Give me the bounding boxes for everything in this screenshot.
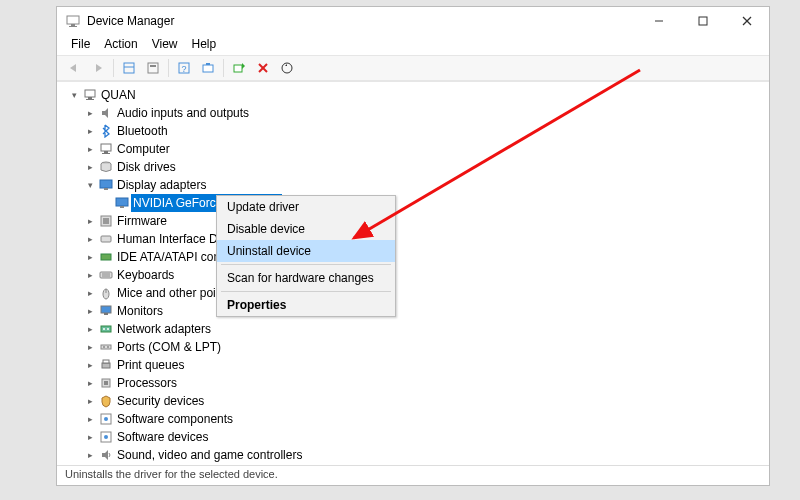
svg-rect-13: [203, 65, 213, 72]
category-snd[interactable]: ▸Sound, video and game controllers: [61, 446, 769, 464]
expand-chevron-icon[interactable]: ▸: [83, 320, 97, 338]
close-button[interactable]: [725, 7, 769, 35]
expand-chevron-icon[interactable]: ▸: [83, 284, 97, 302]
node-label: Processors: [115, 374, 179, 392]
ctx-uninstall-device[interactable]: Uninstall device: [217, 240, 395, 262]
device-tree[interactable]: ▾QUAN▸Audio inputs and outputs▸Bluetooth…: [57, 81, 769, 465]
category-net[interactable]: ▸Network adapters: [61, 320, 769, 338]
category-sec[interactable]: ▸Security devices: [61, 392, 769, 410]
context-menu: Update driverDisable deviceUninstall dev…: [216, 195, 396, 317]
expand-chevron-icon[interactable]: ▸: [83, 356, 97, 374]
update-button[interactable]: [276, 57, 298, 79]
svg-rect-22: [101, 144, 111, 151]
category-sw[interactable]: ▸Software components: [61, 410, 769, 428]
expand-chevron-icon[interactable]: ▸: [83, 248, 97, 266]
expand-chevron-icon[interactable]: ▸: [83, 266, 97, 284]
expand-chevron-icon[interactable]: ▸: [83, 410, 97, 428]
node-label: QUAN: [99, 86, 138, 104]
svg-rect-33: [101, 254, 111, 260]
category-disk[interactable]: ▸Disk drives: [61, 158, 769, 176]
category-cpu[interactable]: ▸Processors: [61, 374, 769, 392]
category-sw[interactable]: ▸Software devices: [61, 428, 769, 446]
category-fw[interactable]: ▸Firmware: [61, 212, 769, 230]
maximize-button[interactable]: [681, 7, 725, 35]
ctx-properties[interactable]: Properties: [217, 294, 395, 316]
ctx-disable-device[interactable]: Disable device: [217, 218, 395, 240]
svg-rect-4: [699, 17, 707, 25]
svg-text:?: ?: [181, 64, 186, 74]
node-label: Human Interface De: [115, 230, 226, 248]
category-ide[interactable]: ▸IDE ATA/ATAPI cont: [61, 248, 769, 266]
svg-rect-27: [104, 188, 108, 190]
back-button[interactable]: [63, 57, 85, 79]
properties-button[interactable]: [142, 57, 164, 79]
menu-file[interactable]: File: [65, 35, 96, 55]
svg-rect-14: [206, 63, 210, 65]
category-hid[interactable]: ▸Human Interface De: [61, 230, 769, 248]
mouse-icon: [97, 286, 115, 300]
expand-chevron-icon[interactable]: ▸: [83, 230, 97, 248]
category-kb[interactable]: ▸Keyboards: [61, 266, 769, 284]
cpu-icon: [97, 376, 115, 390]
uninstall-button[interactable]: [252, 57, 274, 79]
node-label: IDE ATA/ATAPI cont: [115, 248, 225, 266]
expand-chevron-icon[interactable]: ▾: [67, 86, 81, 104]
show-hidden-button[interactable]: [118, 57, 140, 79]
category-display[interactable]: ▾Display adapters: [61, 176, 769, 194]
category-mon[interactable]: ▸Monitors: [61, 302, 769, 320]
category-pc[interactable]: ▸Computer: [61, 140, 769, 158]
node-label: Software devices: [115, 428, 210, 446]
titlebar[interactable]: Device Manager: [57, 7, 769, 35]
svg-rect-1: [71, 24, 75, 26]
expand-chevron-icon[interactable]: ▸: [83, 302, 97, 320]
expand-chevron-icon[interactable]: ▸: [83, 122, 97, 140]
menu-view[interactable]: View: [146, 35, 184, 55]
svg-point-54: [104, 435, 108, 439]
expand-chevron-icon[interactable]: ▸: [83, 428, 97, 446]
svg-rect-41: [101, 326, 111, 332]
enable-button[interactable]: [228, 57, 250, 79]
category-audio[interactable]: ▸Audio inputs and outputs: [61, 104, 769, 122]
help-button[interactable]: ?: [173, 57, 195, 79]
hid-icon: [97, 232, 115, 246]
svg-rect-2: [69, 26, 77, 27]
minimize-button[interactable]: [637, 7, 681, 35]
expand-chevron-icon[interactable]: ▸: [83, 158, 97, 176]
category-print[interactable]: ▸Print queues: [61, 356, 769, 374]
print-icon: [97, 358, 115, 372]
expand-chevron-icon[interactable]: ▸: [83, 338, 97, 356]
mon-icon: [97, 304, 115, 318]
forward-button[interactable]: [87, 57, 109, 79]
scan-button[interactable]: [197, 57, 219, 79]
menu-help[interactable]: Help: [186, 35, 223, 55]
toolbar: ?: [57, 55, 769, 81]
menu-action[interactable]: Action: [98, 35, 143, 55]
svg-rect-34: [100, 272, 112, 278]
expand-chevron-icon[interactable]: ▸: [83, 464, 97, 465]
expand-chevron-icon[interactable]: ▾: [83, 176, 97, 194]
expand-chevron-icon[interactable]: ▸: [83, 374, 97, 392]
ctx-update-driver[interactable]: Update driver: [217, 196, 395, 218]
svg-rect-19: [85, 90, 95, 97]
expand-chevron-icon[interactable]: ▸: [83, 212, 97, 230]
expand-chevron-icon[interactable]: ▸: [83, 140, 97, 158]
expand-chevron-icon[interactable]: ▸: [83, 104, 97, 122]
category-bt[interactable]: ▸Bluetooth: [61, 122, 769, 140]
category-mouse[interactable]: ▸Mice and other poin: [61, 284, 769, 302]
device-item[interactable]: NVIDIA GeForce RTX 2060: [61, 194, 769, 212]
ctx-scan-for-hardware-changes[interactable]: Scan for hardware changes: [217, 267, 395, 289]
expand-chevron-icon[interactable]: ▸: [83, 392, 97, 410]
window-title: Device Manager: [87, 14, 174, 28]
expand-chevron-icon[interactable]: ▸: [83, 446, 97, 464]
category-port[interactable]: ▸Ports (COM & LPT): [61, 338, 769, 356]
svg-rect-24: [102, 153, 110, 154]
audio-icon: [97, 106, 115, 120]
root-node[interactable]: ▾QUAN: [61, 86, 769, 104]
svg-rect-31: [103, 218, 109, 224]
device-manager-window: Device Manager File Action View Help ? ▾…: [56, 6, 770, 486]
net-icon: [97, 322, 115, 336]
node-label: Computer: [115, 140, 172, 158]
menubar: File Action View Help: [57, 35, 769, 55]
svg-rect-28: [116, 198, 128, 206]
category-stor[interactable]: ▸Storage controllers: [61, 464, 769, 465]
